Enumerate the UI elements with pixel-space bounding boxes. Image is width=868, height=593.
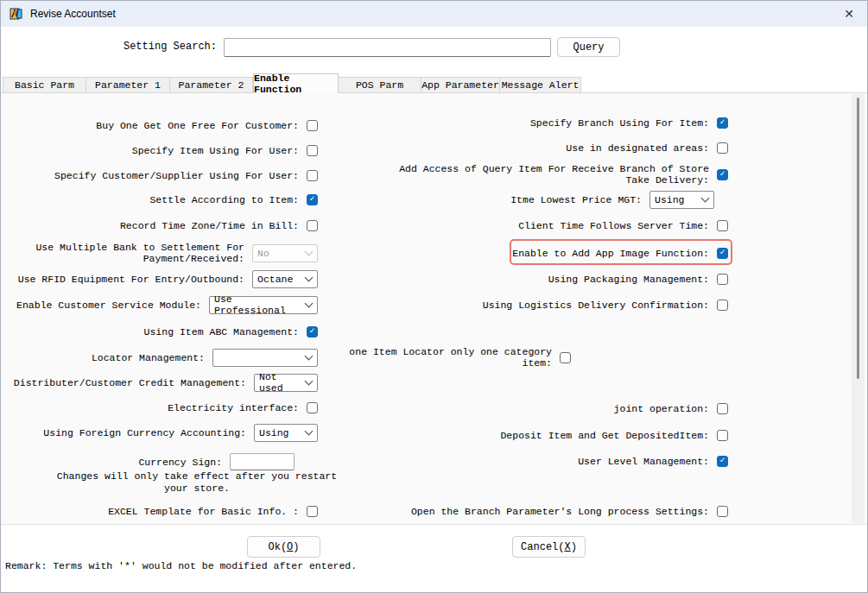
row-app-image-function: Enable to Add App Image Function: [346, 244, 728, 262]
row-user-level-management: User Level Management: [346, 452, 728, 470]
field-label: Settle According to Item: [149, 194, 299, 205]
row-record-time-zone: Record Time Zone/Time in Bill: [1, 217, 318, 234]
checkbox[interactable] [717, 506, 728, 517]
checkbox[interactable] [717, 142, 728, 154]
checkbox[interactable] [717, 274, 728, 285]
dropdown[interactable]: Using [254, 424, 318, 442]
checkbox[interactable] [717, 403, 728, 414]
dropdown[interactable]: Octane [252, 270, 318, 288]
field-label: Deposit Item and Get DepositedItem: [500, 430, 709, 441]
currency-sign-input[interactable] [230, 453, 295, 470]
tab-pos-parm[interactable]: POS Parm [339, 77, 421, 93]
restart-note: Changes will only take effect after you … [51, 470, 343, 495]
field-label: Specify Branch Using For Item: [530, 117, 709, 129]
search-row: Setting Search: Query [1, 37, 867, 58]
dropdown-value: Not used [259, 371, 301, 394]
query-button[interactable]: Query [557, 37, 620, 57]
remark-text: Remark: Terms with '*' would not be modi… [5, 560, 357, 571]
checkbox[interactable] [717, 117, 728, 129]
row-query-item-receive-branch: Add Access of Query Item For Receive Bra… [346, 161, 728, 187]
tab-parameter-2[interactable]: Parameter 2 [170, 77, 253, 93]
search-label: Setting Search: [1, 41, 217, 53]
field-label: Use RFID Equipment For Entry/Outbound: [18, 274, 244, 285]
row-buy-one-get-one: Buy One Get One Free For Customer: [1, 117, 318, 134]
checkbox[interactable] [307, 506, 318, 517]
field-label: Add Access of Query Item For Receive Bra… [390, 163, 709, 186]
chevron-down-icon [701, 194, 710, 203]
dropdown-value: Using [259, 427, 289, 438]
field-label: Buy One Get One Free For Customer: [96, 120, 299, 131]
checkbox[interactable] [717, 248, 728, 259]
field-label: Enable Customer Service Module: [16, 300, 201, 311]
search-input[interactable] [224, 38, 551, 57]
checkbox[interactable] [307, 402, 318, 413]
field-label: Currency Sign: [138, 457, 222, 468]
dropdown[interactable]: Using [649, 191, 714, 209]
checkbox[interactable] [307, 326, 318, 338]
row-settle-according-item: Settle According to Item: [1, 191, 318, 208]
dropdown[interactable]: Not used [254, 374, 318, 392]
checkbox[interactable] [307, 120, 318, 131]
window-title: Revise Accountset [30, 8, 116, 20]
row-specify-customer-supplier: Specify Customer/Supplier Using For User… [1, 167, 318, 184]
dropdown-value: No [257, 248, 269, 259]
checkbox[interactable] [717, 220, 728, 231]
checkbox[interactable] [307, 194, 318, 205]
row-client-time-server: Client Time Follows Server Time: [346, 217, 728, 234]
field-label: Distributer/Customer Credit Management: [14, 377, 246, 388]
chevron-down-icon [305, 377, 314, 386]
row-locator-management: Locator Management: [1, 349, 318, 366]
checkbox[interactable] [307, 220, 318, 231]
tab-message-alert[interactable]: Message Alert [500, 77, 581, 93]
dropdown[interactable]: Use Professional [209, 296, 318, 314]
field-label: Client Time Follows Server Time: [518, 220, 709, 231]
checkbox[interactable] [560, 352, 571, 363]
row-specify-item-user: Specify Item Using For User: [1, 142, 318, 159]
ok-mnemonic: O [287, 541, 293, 553]
row-foreign-currency: Using Foreign Currency Accounting: Using [1, 424, 318, 441]
row-item-lowest-price: Itme Lowest Price MGT: Using [346, 191, 728, 208]
scrollbar-thumb[interactable] [857, 98, 859, 379]
dropdown-value: Using [655, 194, 685, 205]
field-label: Specify Customer/Supplier Using For User… [54, 170, 299, 181]
vertical-scrollbar[interactable] [852, 94, 865, 523]
cancel-button-label-suffix: ) [571, 541, 577, 553]
title-bar: Revise Accountset ✕ [1, 1, 867, 27]
row-packaging-management: Using Packaging Management: [346, 270, 728, 287]
cancel-button-label: Cancel( [521, 541, 564, 553]
field-label: User Level Management: [578, 456, 709, 467]
row-specify-branch-item: Specify Branch Using For Item: [346, 114, 728, 131]
dropdown-value: Use Professional [214, 293, 301, 316]
dropdown[interactable] [212, 349, 318, 367]
field-label: Record Time Zone/Time in Bill: [120, 220, 299, 231]
field-label: joint operation: [614, 403, 709, 414]
tab-app-parameter[interactable]: App Parameter [421, 77, 500, 93]
checkbox[interactable] [717, 456, 728, 467]
checkbox[interactable] [717, 169, 728, 180]
dropdown[interactable]: No [252, 244, 318, 262]
cancel-button[interactable]: Cancel(X) [512, 536, 586, 558]
chevron-down-icon [305, 248, 314, 256]
field-label: EXCEL Template for Basic Info. : [108, 506, 299, 517]
field-label: Electricity interface: [168, 402, 299, 413]
field-label: Using Item ABC Management: [144, 326, 299, 338]
ok-button-label-suffix: ) [293, 541, 299, 553]
ok-button[interactable]: Ok(O) [247, 536, 320, 558]
chevron-down-icon [305, 427, 314, 436]
checkbox[interactable] [307, 170, 318, 181]
row-credit-management: Distributer/Customer Credit Management: … [1, 374, 318, 391]
field-label: Specify Item Using For User: [132, 145, 299, 156]
checkbox[interactable] [717, 300, 728, 311]
ok-button-label: Ok( [268, 541, 287, 553]
row-logistics-delivery: Using Logistics Delivery Confirmation: [346, 296, 728, 313]
close-icon[interactable]: ✕ [831, 1, 867, 27]
tab-basic-parm[interactable]: Basic Parm [3, 77, 86, 93]
field-label: Enable to Add App Image Function: [512, 248, 709, 259]
chevron-down-icon [305, 274, 314, 282]
tab-enable-function[interactable]: Enable Function [253, 73, 339, 93]
tab-parameter-1[interactable]: Parameter 1 [86, 77, 170, 93]
row-designated-areas: Use in designated areas: [346, 139, 728, 156]
checkbox[interactable] [307, 145, 318, 156]
checkbox[interactable] [717, 430, 728, 441]
field-label: Use in designated areas: [566, 142, 709, 154]
